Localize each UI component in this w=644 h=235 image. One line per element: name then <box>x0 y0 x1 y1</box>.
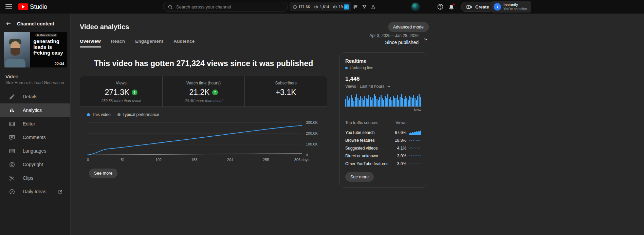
sidebar-item-label: Copyright <box>23 162 43 167</box>
flask-icon[interactable] <box>371 4 376 9</box>
bulb-icon <box>9 189 15 195</box>
sidebar: Channel content generating leads is f*ck… <box>0 14 71 235</box>
realtime-see-more-button[interactable]: See more <box>345 172 374 182</box>
traffic-source-label: Direct or unknown <box>345 154 392 158</box>
views-line-chart: 0100.0K200.0K300.0K051102153204255306 da… <box>86 120 326 163</box>
traffic-source-row[interactable]: YouTube search67.6% <box>345 129 421 136</box>
svg-text:200.0K: 200.0K <box>306 131 318 135</box>
extension-stat: 171.6K <box>293 5 310 9</box>
svg-text:0: 0 <box>306 153 308 157</box>
traffic-source-row[interactable]: Browse features18.8% <box>345 136 421 144</box>
see-more-button[interactable]: See more <box>89 169 117 178</box>
notification-dot <box>453 3 455 6</box>
sidebar-item-copyright[interactable]: Copyright <box>0 158 70 171</box>
traffic-source-sparkline <box>409 154 421 158</box>
advanced-mode-button[interactable]: Advanced mode <box>388 22 429 32</box>
instantly-subtitle: You're an editor <box>503 7 527 11</box>
sidebar-item-comments[interactable]: Comments <box>0 131 70 144</box>
metric-label: Subscribers <box>245 81 327 85</box>
realtime-views-range[interactable]: Views · Last 48 hours <box>345 84 421 89</box>
svg-text:204: 204 <box>227 158 233 162</box>
create-label: Create <box>475 4 489 9</box>
sliders-icon[interactable] <box>353 4 358 9</box>
metric-delta: 259.8K more than usual <box>80 99 162 103</box>
legend-item[interactable]: This video <box>87 112 111 117</box>
tab-overview[interactable]: Overview <box>80 39 101 47</box>
create-button[interactable]: Create <box>461 2 494 12</box>
metric-watch-time-hours[interactable]: Watch time (hours)21.2K20.4K more than u… <box>162 76 245 106</box>
search-bar[interactable] <box>163 2 288 12</box>
help-icon[interactable] <box>437 3 444 10</box>
video-label: Video <box>5 74 65 79</box>
sidebar-item-languages[interactable]: Languages <box>0 144 70 158</box>
realtime-bar-chart <box>345 93 421 107</box>
vidiq-icon[interactable]: ✓ <box>344 4 349 9</box>
metric-delta: 20.4K more than usual <box>163 99 245 103</box>
legend-label: Typical performance <box>123 112 159 117</box>
legend-item[interactable]: Typical performance <box>117 112 159 117</box>
sidebar-menu: DetailsAnalyticsEditorCommentsLanguagesC… <box>0 90 70 198</box>
menu-icon[interactable] <box>5 4 12 9</box>
metrics-and-chart-card: Views271.3K259.8K more than usualWatch t… <box>80 76 327 185</box>
realtime-live-status: Updating live <box>345 65 421 70</box>
video-duration-badge: 22:34 <box>53 61 66 66</box>
tab-engagement[interactable]: Engagement <box>135 39 163 47</box>
video-thumbnail[interactable]: generating leads is f*cking easy @AlexHo… <box>4 32 67 67</box>
overview-column: This video has gotten 271,324 views sinc… <box>80 50 327 188</box>
svg-text:306 days: 306 days <box>294 158 310 162</box>
traffic-source-label: YouTube search <box>345 130 392 135</box>
live-label: Updating live <box>350 65 373 70</box>
clock-icon <box>293 5 297 9</box>
editor-icon <box>9 121 15 127</box>
chevron-down-icon <box>386 84 391 89</box>
divider <box>345 116 421 116</box>
traffic-source-sparkline <box>409 130 421 135</box>
channel-avatar[interactable] <box>411 2 420 11</box>
create-icon <box>466 4 473 10</box>
svg-text:153: 153 <box>191 158 197 162</box>
traffic-source-row[interactable]: Direct or unknown3.0% <box>345 152 421 160</box>
sidebar-item-analytics[interactable]: Analytics <box>0 103 70 117</box>
views-headline: This video has gotten 271,324 views sinc… <box>80 59 327 68</box>
traffic-source-label: Other YouTube features <box>345 161 392 166</box>
tab-reach[interactable]: Reach <box>111 39 125 47</box>
metric-subscribers[interactable]: Subscribers+3.1K <box>244 76 327 106</box>
sidebar-item-editor[interactable]: Editor <box>0 117 70 131</box>
tab-audience[interactable]: Audience <box>173 39 195 47</box>
back-label: Channel content <box>17 21 54 26</box>
date-range-selector[interactable]: Apr 3, 2025 – Jan 28, 2026 Since publish… <box>369 33 429 45</box>
metric-views[interactable]: Views271.3K259.8K more than usual <box>80 76 162 106</box>
extension-icons: ✓ <box>344 4 376 9</box>
instantly-bolt-icon <box>494 3 501 11</box>
main-content: Video analytics Advanced mode OverviewRe… <box>71 14 644 235</box>
chevron-down-icon <box>423 36 429 42</box>
copyright-icon <box>9 161 15 168</box>
analytics-tabs: OverviewReachEngagementAudience <box>80 39 195 47</box>
trophy-icon[interactable] <box>362 4 367 9</box>
back-to-channel-content[interactable]: Channel content <box>0 14 70 32</box>
instantly-extension-widget[interactable]: Instantly You're an editor <box>491 1 531 13</box>
legend-dot-icon <box>117 113 121 116</box>
sidebar-item-label: Clips <box>23 175 33 181</box>
notifications-bell-icon[interactable] <box>448 4 455 10</box>
sidebar-item-clips[interactable]: Clips <box>0 171 70 185</box>
legend-dot-icon <box>87 113 90 116</box>
trend-up-icon <box>212 90 218 95</box>
pencil-icon <box>9 94 15 100</box>
chart-legend: This videoTypical performance <box>80 107 327 117</box>
eye-icon <box>314 5 318 9</box>
traffic-source-row[interactable]: Suggested videos4.1% <box>345 144 421 152</box>
comments-icon <box>9 134 15 141</box>
svg-text:100.0K: 100.0K <box>306 142 318 146</box>
search-input[interactable] <box>176 4 286 9</box>
youtube-studio-logo[interactable]: Studio <box>18 3 47 11</box>
legend-label: This video <box>92 112 111 117</box>
svg-text:0: 0 <box>87 158 89 162</box>
sidebar-item-label: Editor <box>23 121 35 126</box>
sidebar-item-daily-ideas[interactable]: Daily Ideas <box>0 185 70 198</box>
sidebar-item-details[interactable]: Details <box>0 90 70 103</box>
external-link-icon <box>58 189 63 194</box>
traffic-source-row[interactable]: Other YouTube features3.0% <box>345 160 421 168</box>
extension-stat-value: 1,614 <box>320 5 329 9</box>
scissors-icon <box>9 175 15 181</box>
